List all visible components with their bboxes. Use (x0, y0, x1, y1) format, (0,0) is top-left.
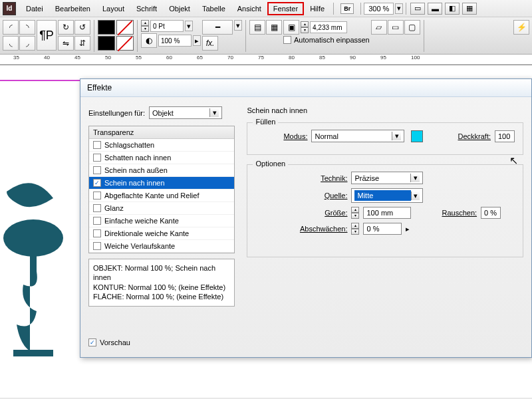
chevron-down-icon: ▾ (411, 192, 420, 200)
opacity-dropdown[interactable]: ▸ (193, 35, 201, 46)
view-mode-3-icon[interactable]: ◧ (445, 3, 460, 15)
size-input[interactable] (310, 21, 347, 33)
mode-combo[interactable]: Normal ▾ (311, 130, 404, 142)
effect-item-schatten-innen[interactable]: Schatten nach innen (89, 152, 234, 164)
effect-item-einfache-kante[interactable]: Einfache weiche Kante (89, 215, 234, 227)
fit-1-icon[interactable]: ▱ (371, 20, 387, 35)
checkbox[interactable] (93, 242, 101, 250)
frame-fit-icon[interactable]: ▣ (283, 20, 299, 35)
no-stroke-icon[interactable] (116, 36, 134, 51)
corner-1-icon[interactable]: ◜ (3, 20, 19, 35)
text-wrap-2-icon[interactable]: ▦ (266, 20, 282, 35)
stroke-swatch[interactable] (98, 36, 115, 51)
menu-objekt[interactable]: Objekt (163, 2, 196, 15)
no-fill-icon[interactable] (116, 20, 134, 35)
separator (406, 3, 406, 15)
corner-4-icon[interactable]: ◞ (19, 36, 35, 51)
source-combo[interactable]: Mitte ▾ (351, 188, 423, 203)
auto-fit-checkbox[interactable] (283, 36, 291, 44)
view-mode-4-icon[interactable]: ▦ (462, 3, 477, 15)
size-spinner[interactable]: ▴▾ (351, 207, 359, 219)
flip-v-icon[interactable]: ⇵ (74, 36, 90, 51)
chevron-right-icon[interactable]: ▸ (406, 225, 410, 233)
effect-item-verlaufskante[interactable]: Weiche Verlaufskante (89, 240, 234, 253)
size-input[interactable] (363, 207, 411, 219)
bridge-icon[interactable]: Br (340, 3, 354, 14)
menu-schrift[interactable]: Schrift (130, 2, 163, 15)
effect-item-direktionale-kante[interactable]: Direktionale weiche Kante (89, 227, 234, 240)
opacity-input[interactable] (495, 130, 515, 142)
effect-label: Schatten nach innen (104, 154, 171, 162)
text-wrap-1-icon[interactable]: ▤ (249, 20, 265, 35)
separator (333, 3, 334, 15)
checkbox[interactable] (93, 229, 101, 237)
ruler-mark: 50 (105, 55, 111, 61)
corner-2-icon[interactable]: ◝ (19, 20, 35, 35)
control-toolbar: ◜ ◝ ◟ ◞ ¶P ↻ ↺ ⇋ ⇵ ▴▾ ▾ ◐ (0, 17, 532, 55)
opacity-label: Deckkraft: (458, 132, 491, 140)
stroke-style-icon[interactable]: ━ (202, 20, 233, 35)
chevron-down-icon: ▾ (410, 174, 420, 182)
paragraph-icon[interactable]: ¶P (37, 20, 57, 51)
zoom-value[interactable]: 300 % (364, 3, 394, 15)
choke-spinner[interactable]: ▴▾ (351, 223, 359, 235)
chevron-down-icon: ▾ (392, 132, 401, 140)
ruler-mark: 100 (411, 55, 420, 61)
summary-line: OBJEKT: Normal 100 %; Schein nach innen (93, 263, 230, 283)
options-fieldset: Optionen Technik: Präzise ▾ Quelle: Mitt… (247, 164, 523, 257)
effect-item-abgeflacht[interactable]: Abgeflachte Kante und Relief (89, 190, 234, 202)
effect-item-glanz[interactable]: Glanz (89, 202, 234, 215)
menu-tabelle[interactable]: Tabelle (196, 2, 231, 15)
checkbox[interactable] (93, 166, 101, 174)
chevron-down-icon: ▾ (209, 108, 219, 117)
preview-label: Vorschau (100, 338, 130, 346)
checkbox[interactable] (93, 154, 101, 162)
menu-ansicht[interactable]: Ansicht (231, 2, 267, 15)
lightning-icon[interactable]: ⚡ (513, 20, 529, 35)
menu-hilfe[interactable]: Hilfe (304, 2, 331, 15)
fit-2-icon[interactable]: ▭ (388, 20, 404, 35)
svg-point-0 (3, 219, 63, 257)
effect-item-schein-innen[interactable]: ✓Schein nach innen (89, 177, 234, 190)
margin-guide (0, 80, 80, 81)
choke-input[interactable] (363, 223, 402, 235)
view-mode-1-icon[interactable]: ▭ (410, 3, 425, 15)
checkbox[interactable] (93, 217, 101, 225)
checkbox[interactable] (93, 192, 101, 200)
effect-item-schlagschatten[interactable]: Schlagschatten (89, 139, 234, 152)
menu-bearbeiten[interactable]: Bearbeiten (49, 2, 96, 15)
checkbox[interactable] (93, 141, 101, 149)
effects-list-header[interactable]: Transparenz (89, 126, 234, 139)
preview-checkbox[interactable]: ✓ (88, 338, 96, 346)
rotate-2-icon[interactable]: ↺ (74, 20, 90, 35)
noise-input[interactable] (481, 207, 501, 219)
stroke-weight-input[interactable] (150, 20, 184, 32)
horizontal-ruler: 35 40 45 50 55 60 65 70 75 80 85 90 95 1… (0, 55, 532, 65)
flip-h-icon[interactable]: ⇋ (58, 36, 74, 51)
settings-for-combo[interactable]: Objekt ▾ (149, 106, 222, 119)
stroke-weight-spinner[interactable]: ▴▾ (141, 20, 149, 32)
settings-for-label: Einstellungen für: (88, 109, 145, 117)
menu-fenster[interactable]: Fenster (267, 2, 304, 15)
rotate-1-icon[interactable]: ↻ (58, 20, 74, 35)
checkbox[interactable]: ✓ (93, 179, 101, 187)
color-swatch[interactable] (411, 130, 423, 142)
checkbox[interactable] (93, 204, 101, 212)
effects-dialog: Effekte Einstellungen für: Objekt ▾ Tran… (80, 78, 532, 358)
corner-3-icon[interactable]: ◟ (3, 36, 19, 51)
fit-3-icon[interactable]: ▢ (404, 20, 420, 35)
effect-item-schein-aussen[interactable]: Schein nach außen (89, 164, 234, 177)
summary-line: FLÄCHE: Normal 100 %; (keine Effekte) (93, 292, 230, 301)
opacity-input[interactable] (158, 35, 192, 47)
ruler-mark: 40 (44, 55, 50, 61)
view-mode-2-icon[interactable]: ▬ (428, 3, 442, 15)
zoom-dropdown[interactable]: ▾ (395, 3, 403, 14)
menu-layout[interactable]: Layout (96, 2, 130, 15)
fill-swatch[interactable] (98, 20, 115, 35)
fx-icon[interactable]: fx. (202, 36, 218, 51)
stroke-dropdown[interactable]: ▾ (185, 21, 193, 31)
technique-combo[interactable]: Präzise ▾ (351, 172, 423, 184)
stroke-style-dropdown[interactable]: ▾ (234, 20, 242, 31)
size-spinner[interactable]: ▴▾ (301, 21, 309, 33)
menu-datei[interactable]: Datei (20, 2, 49, 15)
